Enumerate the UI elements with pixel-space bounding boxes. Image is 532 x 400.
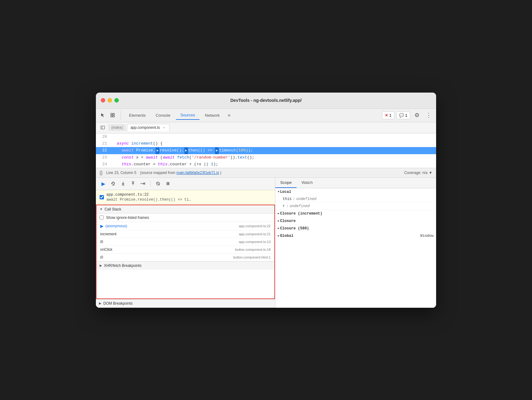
dom-breakpoints-section: ▶ DOM Breakpoints: [96, 299, 275, 308]
step-out-button[interactable]: [129, 180, 137, 187]
closure-580-triangle-icon: ▶: [278, 227, 279, 230]
svg-rect-2: [111, 115, 112, 117]
call-stack-item-3[interactable]: onClick button.component.ts:18: [97, 246, 274, 254]
code-line-20: 20: [96, 133, 436, 140]
code-line-22: 22 await Promise.▶resolve().▶then(() => …: [96, 147, 436, 154]
sidebar-toggle-icon[interactable]: [98, 123, 107, 132]
title-bar: DevTools - ng-devtools.netlify.app/: [96, 93, 436, 109]
scope-group-local[interactable]: ▼ Local: [275, 188, 436, 196]
closure-increment-triangle-icon: ▶: [278, 212, 279, 215]
window-title: DevTools - ng-devtools.netlify.app/: [230, 98, 302, 103]
settings-button[interactable]: ⚙: [412, 110, 422, 120]
call-stack-section: ▼ Call Stack Show ignore-listed frames ▶…: [96, 205, 275, 299]
xhr-triangle-icon: ▶: [100, 264, 102, 267]
maximize-button[interactable]: [114, 98, 119, 102]
xhr-breakpoints-header[interactable]: ▶ XHR/fetch Breakpoints: [97, 261, 274, 270]
scope-val-r: undefined: [290, 204, 310, 208]
scope-val-this: undefined: [296, 197, 316, 201]
global-label: Global: [280, 234, 293, 238]
dropdown-icon[interactable]: ▼: [429, 171, 432, 175]
call-stack-name-2: i0: [100, 240, 103, 244]
left-panel: ▶: [96, 178, 275, 308]
svg-rect-16: [168, 182, 169, 185]
scope-group-global[interactable]: ▶ Global Window: [275, 232, 436, 240]
tab-icons: [98, 111, 121, 120]
file-tab-component[interactable]: app.component.ts ×: [127, 124, 169, 131]
more-menu-button[interactable]: ⋮: [424, 110, 434, 120]
call-stack-name-3: onClick: [100, 247, 112, 252]
step-over-button[interactable]: [109, 180, 117, 187]
inspect-icon[interactable]: [108, 111, 117, 120]
show-ignored-checkbox[interactable]: [100, 215, 104, 220]
tab-more[interactable]: »: [225, 111, 233, 119]
scope-group-closure[interactable]: ▶ Closure: [275, 217, 436, 225]
tab-watch[interactable]: Watch: [297, 178, 318, 188]
deactivate-breakpoints-button[interactable]: [154, 180, 162, 187]
message-icon: 💬: [399, 113, 404, 118]
tab-network[interactable]: Network: [201, 111, 224, 120]
debug-toolbar: ▶: [96, 178, 275, 190]
local-triangle-icon: ▼: [278, 190, 279, 193]
call-stack-location-1: app.component.ts:21: [239, 232, 271, 236]
breakpoint-row: app.component.ts:22 await Promise.resolv…: [96, 190, 275, 205]
pause-on-exceptions-button[interactable]: [164, 180, 172, 187]
current-frame-arrow-icon: ▶: [100, 224, 104, 228]
breakpoint-checkbox[interactable]: [100, 195, 104, 199]
component-tab-label: app.component.ts: [131, 125, 160, 130]
step-button[interactable]: [139, 180, 147, 187]
local-group-label: Local: [280, 190, 291, 194]
minimize-button[interactable]: [108, 98, 112, 102]
status-bar: {} Line 23, Column 5 (source mapped from…: [96, 168, 436, 178]
scope-group-closure-580[interactable]: ▶ Closure (580): [275, 225, 436, 232]
svg-rect-0: [111, 113, 112, 115]
close-button[interactable]: [101, 98, 105, 102]
resume-button[interactable]: ▶: [100, 180, 107, 187]
file-tab-bar: (index) app.component.ts ×: [96, 122, 436, 133]
tab-elements[interactable]: Elements: [125, 111, 150, 120]
global-window-label: Window: [420, 234, 434, 238]
svg-rect-1: [113, 113, 114, 115]
tab-console[interactable]: Console: [151, 111, 175, 120]
call-stack-item-2[interactable]: i0 app.component.ts:13: [97, 238, 274, 246]
breakpoint-filename: app.component.ts:22: [106, 193, 191, 197]
status-bar-right: Coverage: n/a ▼: [404, 171, 432, 175]
call-stack-location-0: app.component.ts:22: [239, 224, 271, 228]
scope-key-r: r: [283, 204, 285, 208]
scope-group-closure-increment[interactable]: ▶ Closure (increment): [275, 210, 436, 217]
code-line-23: 23 const x = await (await fetch('/random…: [96, 154, 436, 161]
call-stack-header[interactable]: ▼ Call Stack: [97, 205, 274, 214]
tab-scope[interactable]: Scope: [275, 178, 297, 188]
closure-increment-label: Closure (increment): [280, 211, 322, 216]
dom-breakpoints-title: DOM Breakpoints: [103, 301, 133, 306]
line-number-22: 22: [96, 147, 111, 154]
file-tab-close-icon[interactable]: ×: [162, 125, 166, 130]
dom-breakpoints-header[interactable]: ▶ DOM Breakpoints: [96, 299, 275, 308]
step-into-button[interactable]: [119, 180, 127, 187]
cursor-position: Line 23, Column 5: [106, 171, 136, 175]
message-badge-button[interactable]: 💬 1: [396, 111, 410, 119]
bottom-section: ▶: [96, 178, 436, 308]
code-content-22: await Promise.▶resolve().▶then(() => ▶ti…: [111, 147, 436, 154]
toolbar-separator: [150, 180, 151, 187]
closure-580-label: Closure (580): [280, 226, 309, 231]
file-tab-index[interactable]: (index): [108, 124, 126, 131]
error-badge-button[interactable]: ✕ 1: [382, 111, 394, 119]
index-tab-label: (index): [111, 125, 123, 130]
code-editor: 20 21 async increment() { 22 await Promi…: [96, 133, 436, 168]
tab-sources[interactable]: Sources: [176, 111, 200, 120]
main-tab-bar: Elements Console Sources Network » ✕ 1 💬…: [96, 109, 436, 122]
call-stack-item-1[interactable]: increment app.component.ts:21: [97, 230, 274, 238]
call-stack-location-2: app.component.ts:13: [239, 240, 271, 244]
call-stack-item-0[interactable]: ▶ (anonymous) app.component.ts:22: [97, 222, 274, 230]
cursor-icon[interactable]: [98, 111, 107, 120]
source-file-link[interactable]: main.fa8bfa0e23f1eb71.js: [176, 171, 219, 175]
xhr-breakpoints-title: XHR/fetch Breakpoints: [104, 263, 141, 268]
traffic-lights: [101, 98, 119, 102]
scope-item-r: r : undefined: [275, 203, 436, 210]
line-number-21: 21: [96, 140, 111, 147]
code-content-23: const x = await (await fetch('/random-nu…: [111, 154, 436, 161]
call-stack-item-4[interactable]: i0 button.component.html:1: [97, 254, 274, 261]
breakpoint-code-preview: await Promise.resolve().then(() => ti…: [106, 198, 191, 202]
format-icon[interactable]: {}: [100, 170, 102, 175]
call-stack-location-3: button.component.ts:18: [235, 248, 271, 251]
